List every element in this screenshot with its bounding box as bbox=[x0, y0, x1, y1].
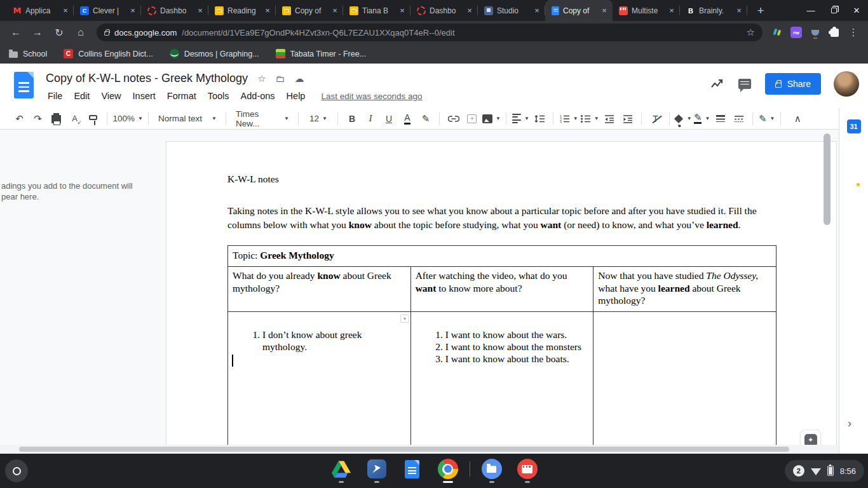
forward-icon[interactable]: → bbox=[29, 24, 46, 41]
bulleted-list-icon[interactable]: ▼ bbox=[580, 111, 599, 127]
menu-help[interactable]: Help bbox=[281, 90, 311, 102]
restore-window-icon[interactable] bbox=[822, 0, 845, 21]
kami-extension-icon[interactable] bbox=[769, 24, 785, 41]
arrow-app-icon[interactable] bbox=[367, 459, 387, 479]
decrease-indent-icon[interactable] bbox=[601, 111, 618, 127]
increase-indent-icon[interactable] bbox=[620, 111, 636, 127]
tab-copy-of-active[interactable]: Copy of× bbox=[545, 0, 613, 21]
bookmark-star-icon[interactable]: ☆ bbox=[747, 27, 755, 38]
trophy-extension-icon[interactable] bbox=[807, 24, 824, 41]
drive-app-icon[interactable] bbox=[331, 459, 351, 479]
tab-dashboard-2[interactable]: Dashbo× bbox=[410, 0, 478, 21]
learned-header-cell[interactable]: Now that you have studied The Odyssey, w… bbox=[593, 267, 776, 312]
star-document-icon[interactable]: ☆ bbox=[257, 73, 266, 85]
vertical-scrollbar-thumb[interactable] bbox=[824, 133, 831, 225]
share-button[interactable]: Share bbox=[765, 73, 821, 95]
italic-icon[interactable]: I bbox=[362, 111, 379, 127]
fill-color-icon[interactable]: ▼ bbox=[675, 111, 692, 127]
border-color-icon[interactable]: ✎▼ bbox=[694, 111, 710, 127]
tab-dashboard-1[interactable]: Dashbo× bbox=[141, 0, 208, 21]
document-title[interactable]: Copy of K-W-L notes - Greek Mythology bbox=[46, 72, 248, 85]
menu-tools[interactable]: Tools bbox=[202, 90, 235, 102]
home-icon[interactable]: ⌂ bbox=[72, 24, 90, 41]
clear-formatting-icon[interactable]: T bbox=[648, 111, 664, 127]
learned-body-cell[interactable] bbox=[593, 312, 776, 454]
spelling-check-icon[interactable]: A bbox=[67, 111, 83, 127]
tab-tiana[interactable]: Tiana B× bbox=[343, 0, 410, 21]
new-tab-button[interactable]: + bbox=[751, 1, 770, 20]
menu-edit[interactable]: Edit bbox=[68, 90, 95, 102]
close-tab-icon[interactable]: × bbox=[195, 6, 205, 16]
screencast-app-icon[interactable] bbox=[517, 459, 538, 479]
reload-icon[interactable]: ↻ bbox=[50, 24, 68, 41]
document-stats-icon[interactable] bbox=[709, 76, 724, 92]
calendar-icon[interactable]: 31 bbox=[847, 119, 861, 133]
bookmark-desmos[interactable]: Desmos | Graphing... bbox=[170, 49, 259, 58]
files-app-icon[interactable] bbox=[482, 459, 502, 479]
tab-copy-of-1[interactable]: Copy of× bbox=[276, 0, 343, 21]
secure-lock-icon[interactable] bbox=[104, 31, 109, 36]
close-tab-icon[interactable]: × bbox=[667, 6, 677, 16]
tab-clever[interactable]: CClever |× bbox=[74, 0, 141, 21]
tab-multistep[interactable]: Multiste× bbox=[613, 0, 680, 21]
close-tab-icon[interactable]: × bbox=[734, 6, 744, 16]
read-write-extension-icon[interactable]: rw bbox=[788, 24, 804, 41]
horizontal-scrollbar-track[interactable] bbox=[0, 445, 839, 454]
close-tab-icon[interactable]: × bbox=[330, 6, 340, 16]
document-page[interactable]: K-W-L notes Taking notes in the K-W-L st… bbox=[166, 141, 837, 454]
google-docs-logo-icon[interactable] bbox=[14, 72, 34, 98]
want-body-cell[interactable]: I want to know about the wars.I want to … bbox=[410, 312, 593, 454]
bookmark-school-folder[interactable]: School bbox=[9, 50, 47, 58]
paragraph-style-select[interactable]: Normal text▼ bbox=[154, 111, 220, 127]
editing-mode-icon[interactable]: ✎▼ bbox=[759, 111, 775, 127]
cloud-saved-icon[interactable]: ☁ bbox=[295, 73, 304, 85]
browser-menu-icon[interactable]: ⋮ bbox=[845, 24, 862, 41]
tab-brainly[interactable]: BBrainly.× bbox=[680, 0, 747, 21]
move-to-folder-icon[interactable]: 🗀 bbox=[276, 73, 285, 84]
know-header-cell[interactable]: What do you already know about Greek myt… bbox=[228, 267, 411, 312]
close-tab-icon[interactable]: × bbox=[397, 6, 407, 16]
zoom-select[interactable]: 100%▼ bbox=[113, 111, 143, 127]
collapse-side-panel-icon[interactable]: › bbox=[848, 417, 851, 430]
close-tab-icon[interactable]: × bbox=[60, 6, 71, 16]
text-color-icon[interactable]: A bbox=[399, 111, 416, 127]
menu-file[interactable]: File bbox=[42, 90, 68, 102]
border-width-icon[interactable] bbox=[712, 111, 729, 127]
align-icon[interactable]: ▼ bbox=[512, 111, 529, 127]
table-cell-menu-button[interactable]: ▼ bbox=[400, 315, 409, 323]
highlight-color-icon[interactable]: ✎ bbox=[417, 111, 434, 127]
tab-reading[interactable]: Reading× bbox=[208, 0, 276, 21]
print-icon[interactable] bbox=[48, 111, 65, 127]
close-tab-icon[interactable]: × bbox=[128, 6, 138, 16]
tab-application[interactable]: MApplica× bbox=[6, 0, 74, 21]
close-window-icon[interactable]: ✕ bbox=[845, 0, 868, 21]
redo-icon[interactable]: ↷ bbox=[30, 111, 46, 127]
address-bar[interactable]: docs.google.com /document/d/1VEa9E7gOndP… bbox=[97, 24, 763, 41]
horizontal-scrollbar-thumb[interactable] bbox=[19, 447, 789, 452]
numbered-list-icon[interactable]: 123 ▼ bbox=[559, 111, 578, 127]
close-tab-icon[interactable]: × bbox=[262, 6, 273, 16]
bold-icon[interactable]: B bbox=[344, 111, 360, 127]
bookmark-tabata[interactable]: Tabata Timer - Free... bbox=[276, 49, 366, 58]
tab-studio[interactable]: Studio× bbox=[478, 0, 545, 21]
want-header-cell[interactable]: After watching the video, what do you wa… bbox=[410, 267, 593, 312]
back-icon[interactable]: ← bbox=[7, 24, 25, 41]
minimize-window-icon[interactable]: — bbox=[799, 0, 822, 21]
extensions-puzzle-icon[interactable] bbox=[826, 24, 843, 41]
add-comment-icon[interactable]: + bbox=[464, 111, 480, 127]
line-spacing-icon[interactable] bbox=[531, 111, 548, 127]
hide-menus-icon[interactable]: ∧ bbox=[789, 111, 806, 127]
status-tray[interactable]: 2 8:56 bbox=[785, 460, 864, 482]
account-avatar[interactable] bbox=[834, 71, 859, 97]
close-tab-icon[interactable]: × bbox=[599, 6, 609, 16]
insert-link-icon[interactable] bbox=[445, 111, 462, 127]
border-dash-icon[interactable] bbox=[731, 111, 747, 127]
insert-image-icon[interactable]: ▼ bbox=[482, 111, 501, 127]
menu-view[interactable]: View bbox=[95, 90, 126, 102]
font-family-select[interactable]: Times New...▼ bbox=[232, 111, 293, 127]
paint-format-icon[interactable] bbox=[85, 111, 102, 127]
topic-cell[interactable]: Topic: Greek Mythology bbox=[228, 246, 776, 267]
know-body-cell[interactable]: I don’t know about greek mythology. bbox=[228, 312, 411, 454]
close-tab-icon[interactable]: × bbox=[465, 6, 475, 16]
bookmark-collins[interactable]: CCollins English Dict... bbox=[64, 49, 153, 58]
